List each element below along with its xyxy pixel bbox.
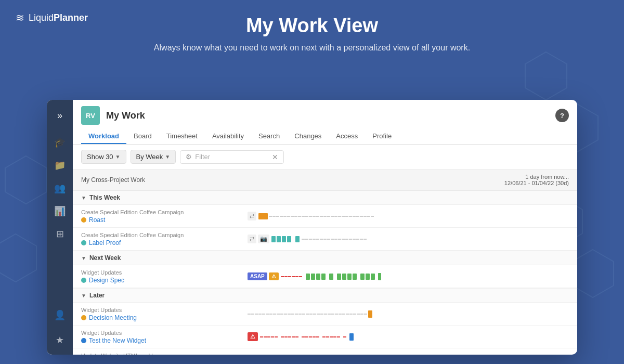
gantt-green1-ds (306, 274, 310, 280)
filter-box[interactable]: ⚙ Filter ✕ (180, 150, 284, 164)
task-project-decision-meeting: Widget Updates (81, 307, 248, 313)
help-button[interactable]: ? (555, 109, 569, 122)
tab-board[interactable]: Board (126, 129, 159, 144)
task-info-roast: Create Special Edition Coffee Campaign R… (81, 209, 248, 224)
sidebar-dashboard-btn[interactable]: ⊞ (48, 224, 71, 244)
gantt-label-proof (271, 234, 569, 244)
week-label-next-week: Next Week (89, 254, 121, 262)
task-info-test-widget: Widget Updates Test the New Widget (81, 330, 248, 344)
app-window: » 🎓 📁 👥 📊 ⊞ 👤 ★ RV My Work (47, 100, 577, 355)
task-link-label-proof[interactable]: Label Proof (89, 239, 121, 246)
task-row-email-copy: Update Website HTML and Images Email Cop… (73, 348, 577, 355)
gantt-red-dashes-tw (260, 334, 346, 340)
task-bar-design-spec: ASAP ⚠ (248, 271, 569, 282)
tabs-bar: Workload Board Timesheet Availability Se… (81, 129, 569, 144)
filter-clear-btn[interactable]: ✕ (272, 153, 278, 161)
tab-availability[interactable]: Availability (205, 129, 251, 144)
sidebar: » 🎓 📁 👥 📊 ⊞ 👤 ★ (47, 100, 73, 355)
task-info-email-copy: Update Website HTML and Images Email Cop… (81, 353, 248, 355)
gantt-block1 (271, 236, 276, 242)
gantt-green7-ds (342, 274, 346, 280)
team-icon: 👥 (54, 183, 66, 194)
task-row-test-widget: Widget Updates Test the New Widget ⚠ (73, 326, 577, 348)
warn-badge-design-spec: ⚠ (269, 272, 279, 280)
tab-access[interactable]: Access (329, 129, 365, 144)
section-date-line1: 1 day from now... (504, 174, 569, 180)
gantt-green12-ds (371, 274, 375, 280)
gantt-green6-ds (337, 274, 341, 280)
main-title: My Work View (0, 15, 624, 37)
dashboard-icon: ⊞ (56, 228, 64, 240)
sidebar-reports-btn[interactable]: 📊 (48, 201, 71, 222)
period-dropdown-label: By Week (136, 153, 163, 161)
task-link-roast[interactable]: Roast (89, 216, 105, 224)
task-link-test-widget[interactable]: Test the New Widget (89, 337, 146, 344)
folder-icon: 📁 (54, 160, 66, 171)
tab-workload[interactable]: Workload (81, 129, 126, 144)
star-icon: ★ (56, 334, 64, 346)
task-icons-design-spec: ASAP ⚠ (248, 272, 279, 280)
period-dropdown[interactable]: By Week ▼ (131, 150, 176, 164)
gantt-end-ds (378, 273, 381, 280)
end-marker-dm (368, 310, 372, 318)
gantt-test-widget (260, 332, 569, 342)
gantt-block4 (287, 236, 291, 242)
header-area: My Work View Always know what you need t… (0, 0, 624, 63)
svg-marker-5 (5, 156, 47, 204)
tab-changes[interactable]: Changes (287, 129, 329, 144)
gantt-green9-ds (353, 274, 357, 280)
gantt-green2-ds (311, 274, 315, 280)
task-name-label-proof: Label Proof (81, 239, 248, 246)
gantt-dashes-dm (248, 311, 367, 317)
task-name-roast: Roast (81, 216, 248, 224)
gantt-green3-ds (316, 274, 320, 280)
sidebar-favorites-btn[interactable]: ★ (48, 330, 71, 350)
asap-badge-design-spec: ASAP (248, 272, 267, 280)
show-dropdown-label: Show 30 (87, 153, 113, 161)
subtitle: Always know what you need to work on nex… (0, 43, 624, 53)
tab-timesheet[interactable]: Timesheet (159, 129, 205, 144)
task-info-decision-meeting: Widget Updates Decision Meeting (81, 307, 248, 321)
task-row-decision-meeting: Widget Updates Decision Meeting (73, 303, 577, 326)
task-dot-test-widget (81, 338, 86, 343)
gantt-bar-roast (258, 213, 268, 219)
sidebar-team-btn[interactable]: 👥 (48, 178, 71, 199)
page-title: My Work (106, 110, 145, 121)
task-link-decision-meeting[interactable]: Decision Meeting (89, 314, 137, 321)
week-label-this-week: This Week (89, 194, 120, 201)
period-dropdown-arrow: ▼ (165, 154, 170, 160)
task-icons-label-proof: ⇄ 📷 (248, 235, 269, 243)
top-bar: RV My Work ? Workload Board Timesheet Av… (73, 100, 577, 145)
gantt-green4-ds (321, 274, 326, 280)
end-marker-tw (349, 333, 354, 341)
chevron-this-week: ▼ (81, 195, 86, 201)
gantt-green5-ds (329, 274, 333, 280)
tab-profile[interactable]: Profile (365, 129, 399, 144)
sidebar-expand-btn[interactable]: » (48, 105, 71, 126)
gantt-email-copy (261, 355, 569, 355)
gantt-roast (258, 211, 569, 222)
profile-icon: 👤 (54, 309, 66, 321)
chevron-later: ▼ (81, 293, 86, 298)
sidebar-profile-btn[interactable]: 👤 (48, 305, 71, 326)
week-header-later[interactable]: ▼ Later (73, 289, 577, 303)
show-dropdown-arrow: ▼ (115, 154, 121, 160)
gantt-green8-ds (347, 274, 352, 280)
sidebar-projects-btn[interactable]: 📁 (48, 155, 71, 176)
gantt-decision-meeting (248, 309, 569, 319)
week-label-later: Later (89, 292, 105, 299)
show-dropdown[interactable]: Show 30 ▼ (81, 150, 126, 164)
gantt-block3 (282, 236, 286, 242)
main-content: RV My Work ? Workload Board Timesheet Av… (73, 100, 577, 355)
sidebar-learn-btn[interactable]: 🎓 (48, 132, 71, 153)
week-group-later: ▼ Later Widget Updates Decision Meeting (73, 289, 577, 355)
week-header-this-week[interactable]: ▼ This Week (73, 191, 577, 205)
tab-search[interactable]: Search (251, 129, 287, 144)
task-link-design-spec[interactable]: Design Spec (89, 277, 124, 284)
expand-icon: » (57, 110, 62, 121)
week-header-next-week[interactable]: ▼ Next Week (73, 251, 577, 265)
task-bar-label-proof: ⇄ 📷 (248, 234, 569, 244)
task-icons-roast: ⇄ (248, 212, 256, 220)
content-area: My Cross-Project Work 1 day from now... … (73, 170, 577, 355)
reports-icon: 📊 (54, 205, 66, 217)
